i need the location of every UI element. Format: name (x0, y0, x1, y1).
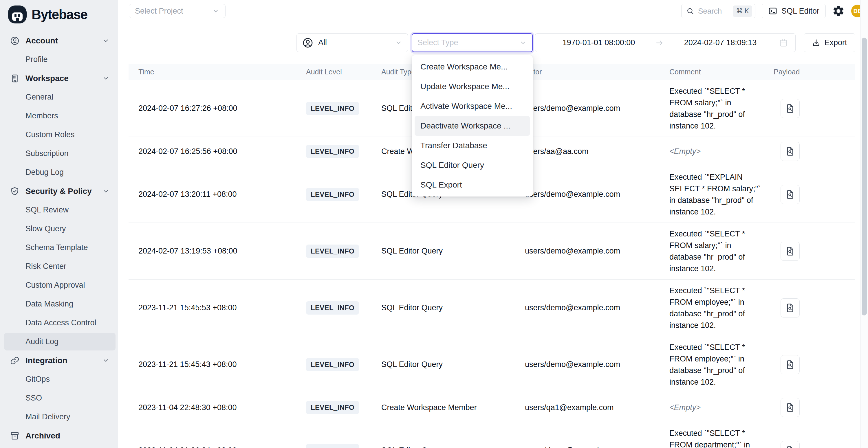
file-search-icon (785, 103, 795, 114)
audit-level-cell: LEVEL_INFO (306, 358, 381, 371)
sidebar-item-label: Members (26, 111, 58, 120)
sidebar-item-schema-template[interactable]: Schema Template (0, 238, 121, 257)
level-badge: LEVEL_INFO (306, 401, 359, 414)
sidebar-item-integration[interactable]: Integration (0, 351, 121, 370)
sidebar-item-slow-query[interactable]: Slow Query (0, 219, 121, 238)
sidebar-item-members[interactable]: Members (0, 106, 121, 125)
audit-type-cell: SQL Editor Query (381, 303, 525, 312)
sql-editor-button[interactable]: SQL Editor (762, 4, 826, 18)
time-cell: 2023-11-04 22:48:30 +08:00 (129, 403, 306, 412)
audit-level-cell: LEVEL_INFO (306, 401, 381, 414)
logo[interactable]: Bytebase (0, 0, 121, 29)
type-option-activate-workspace-me[interactable]: Activate Workspace Me... (414, 96, 530, 116)
payload-view-button[interactable] (781, 99, 800, 118)
audit-type-cell: SQL Editor Query (381, 360, 525, 369)
sidebar-item-profile[interactable]: Profile (0, 50, 121, 69)
type-option-transfer-database[interactable]: Transfer Database (414, 136, 530, 155)
gear-icon[interactable] (832, 5, 845, 18)
sidebar-item-label: Subscription (26, 149, 69, 158)
sidebar-item-general[interactable]: General (0, 88, 121, 106)
sidebar-item-workspace[interactable]: Workspace (0, 69, 121, 88)
level-badge: LEVEL_INFO (306, 245, 359, 258)
actor-cell: users/aa@aa.com (525, 147, 670, 156)
sidebar-item-security-policy[interactable]: Security & Policy (0, 182, 121, 200)
type-option-create-workspace-me[interactable]: Create Workspace Me... (414, 57, 530, 77)
audit-type-cell: Create Workspace Member (381, 403, 525, 412)
sidebar-item-label: Custom Roles (26, 130, 75, 139)
comment-text: Executed `"SELECT * FROM employee;"` in … (670, 342, 766, 388)
time-cell: 2024-02-07 16:27:26 +08:00 (129, 104, 306, 113)
comment-text: Executed `"SELECT * FROM employee;"` in … (670, 285, 766, 331)
payload-cell (774, 298, 855, 318)
audit-type-cell: SQL Editor Query (381, 247, 525, 256)
sidebar-item-subscription[interactable]: Subscription (0, 144, 121, 163)
type-option-sql-export[interactable]: SQL Export (414, 175, 530, 195)
sidebar-item-risk-center[interactable]: Risk Center (0, 257, 121, 276)
sidebar-item-custom-roles[interactable]: Custom Roles (0, 125, 121, 144)
time-cell: 2024-02-07 16:25:56 +08:00 (129, 147, 306, 156)
level-badge: LEVEL_INFO (306, 145, 359, 158)
payload-view-button[interactable] (781, 185, 800, 204)
project-select[interactable]: Select Project (129, 4, 225, 18)
sidebar-item-label: Schema Template (26, 243, 88, 252)
sidebar-item-account[interactable]: Account (0, 31, 121, 50)
payload-view-button[interactable] (781, 298, 800, 318)
sidebar-item-audit-log[interactable]: Audit Log (0, 332, 121, 351)
sidebar-item-mail-delivery[interactable]: Mail Delivery (0, 408, 121, 426)
sidebar-scrollbar[interactable] (118, 0, 121, 448)
date-end-value[interactable]: 2024-02-07 18:09:13 (664, 38, 777, 47)
payload-cell (774, 398, 855, 417)
chevron-down-icon (212, 7, 219, 15)
sidebar-nav: AccountProfileWorkspaceGeneralMembersCus… (0, 31, 121, 445)
payload-view-button[interactable] (781, 142, 800, 161)
file-search-icon (785, 402, 795, 413)
export-button[interactable]: Export (804, 33, 855, 52)
comment-empty-value: <Empty> (670, 146, 766, 157)
actor-cell: users/qa1@example.com (525, 403, 670, 412)
comment-empty-value: <Empty> (670, 402, 766, 413)
sidebar-item-label: Data Masking (26, 299, 73, 309)
type-filter-select[interactable]: Select Type (412, 33, 533, 52)
sidebar-item-custom-approval[interactable]: Custom Approval (0, 276, 121, 295)
chevron-down-icon (519, 39, 527, 46)
payload-view-button[interactable] (781, 242, 800, 261)
scrollbar-thumb[interactable] (862, 38, 867, 315)
actor-filter-select[interactable]: All (297, 33, 408, 52)
chevron-down-icon (102, 37, 110, 44)
payload-cell (774, 185, 855, 204)
comment-cell: Executed `"SELECT * FROM employee;"` in … (670, 285, 774, 331)
payload-view-button[interactable] (781, 441, 800, 448)
payload-view-button[interactable] (781, 355, 800, 374)
type-option-sql-editor-query[interactable]: SQL Editor Query (414, 155, 530, 175)
sidebar-item-label: Archived (26, 431, 60, 441)
comment-cell: Executed `"SELECT * FROM salary;"` in da… (670, 85, 774, 132)
audit-type-cell: SQL Editor Query (381, 446, 525, 448)
logo-text: Bytebase (32, 7, 87, 22)
type-option-deactivate-workspace[interactable]: Deactivate Workspace ... (414, 116, 530, 136)
actor-filter-value: All (318, 38, 327, 47)
sidebar-item-sql-review[interactable]: SQL Review (0, 200, 121, 219)
scrollbar-track[interactable] (860, 0, 868, 448)
comment-text: Executed `"EXPLAIN SELECT * FROM salary;… (670, 171, 766, 218)
sidebar-item-data-masking[interactable]: Data Masking (0, 295, 121, 313)
sidebar-item-archived[interactable]: Archived (0, 426, 121, 445)
sidebar-item-sso[interactable]: SSO (0, 389, 121, 408)
payload-view-button[interactable] (781, 398, 800, 417)
sidebar-item-debug-log[interactable]: Debug Log (0, 163, 121, 182)
payload-cell (774, 99, 855, 118)
comment-text: Executed `"SELECT * FROM salary;"` in da… (670, 85, 766, 132)
payload-cell (774, 355, 855, 374)
type-option-update-workspace-me[interactable]: Update Workspace Me... (414, 77, 530, 96)
audit-level-cell: LEVEL_INFO (306, 188, 381, 201)
search-input[interactable]: Search ⌘ K (681, 4, 755, 18)
sidebar-item-gitops[interactable]: GitOps (0, 370, 121, 389)
date-start-value[interactable]: 1970-01-01 08:00:00 (542, 38, 655, 47)
time-cell: 2023-11-21 15:45:43 +08:00 (129, 360, 306, 369)
audit-level-cell: LEVEL_INFO (306, 102, 381, 115)
actor-cell: users/demo@example.com (525, 360, 670, 369)
building-icon (10, 73, 20, 83)
time-cell: 2023-11-04 21:26:24 +08:00 (129, 446, 306, 448)
chevron-down-icon (102, 187, 110, 195)
date-range-picker[interactable]: 1970-01-01 08:00:00 2024-02-07 18:09:13 (535, 33, 796, 52)
sidebar-item-data-access-control[interactable]: Data Access Control (0, 313, 121, 332)
